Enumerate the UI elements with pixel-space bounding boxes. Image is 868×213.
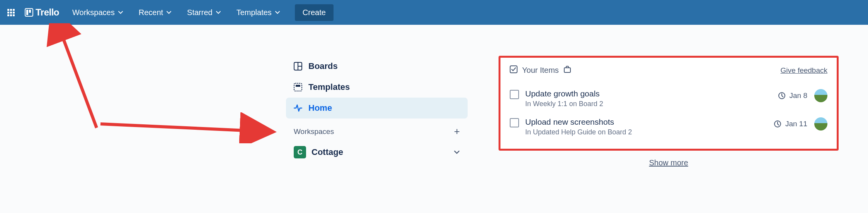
checkbox-checked-icon [510, 65, 517, 75]
sidebar-boards-label: Boards [308, 61, 338, 71]
avatar [814, 117, 827, 131]
item-checkbox[interactable] [510, 90, 519, 99]
chevron-down-icon [166, 10, 172, 15]
sidebar-item-home[interactable]: Home [286, 98, 468, 119]
clock-icon [774, 120, 781, 128]
workspace-badge: C [294, 146, 306, 158]
main-content: Boards Templates Home Workspaces + C Cot… [0, 25, 868, 167]
sidebar-home-label: Home [308, 103, 332, 113]
briefcase-icon [563, 65, 571, 75]
workspace-name: Cottage [311, 147, 343, 157]
item-title: Update growth goals [525, 89, 603, 98]
give-feedback-link[interactable]: Give feedback [781, 66, 827, 75]
workspaces-section-label: Workspaces [294, 127, 334, 136]
svg-rect-6 [564, 68, 570, 72]
trello-icon [25, 8, 33, 17]
item-row[interactable]: Update growth goals In Weekly 1:1 on Boa… [510, 84, 827, 113]
svg-rect-3 [294, 83, 302, 91]
your-items-panel: Your Items Give feedback Update growth g… [499, 56, 839, 151]
add-workspace-button[interactable]: + [454, 125, 460, 137]
chevron-down-icon [454, 149, 460, 155]
sidebar-nav: Boards Templates Home Workspaces + C Cot… [286, 56, 468, 167]
nav-templates[interactable]: Templates [231, 5, 286, 20]
nav-starred-label: Starred [187, 8, 213, 17]
nav-starred[interactable]: Starred [182, 5, 226, 20]
item-subtitle: In Weekly 1:1 on Board 2 [525, 100, 603, 108]
avatar [814, 89, 827, 102]
item-row[interactable]: Upload new screenshots In Updated Help G… [510, 113, 827, 141]
sidebar-item-templates[interactable]: Templates [286, 77, 468, 98]
nav-recent[interactable]: Recent [133, 5, 177, 20]
svg-rect-5 [510, 66, 517, 73]
brand-text: Trello [36, 7, 59, 18]
your-items-column: Your Items Give feedback Update growth g… [499, 56, 839, 167]
chevron-down-icon [118, 10, 123, 15]
item-subtitle: In Updated Help Guide on Board 2 [525, 128, 632, 136]
item-date: Jan 11 [785, 120, 807, 128]
chevron-down-icon [216, 10, 221, 15]
nav-recent-label: Recent [139, 8, 163, 17]
sidebar-workspaces-section: Workspaces + [286, 119, 468, 141]
nav-workspaces[interactable]: Workspaces [67, 5, 129, 20]
show-more-link[interactable]: Show more [499, 158, 839, 167]
workspace-item-cottage[interactable]: C Cottage [286, 141, 468, 163]
panel-title: Your Items [522, 66, 559, 75]
top-navbar: Trello Workspaces Recent Starred Templat… [0, 0, 868, 25]
board-icon [294, 62, 302, 70]
template-icon [294, 83, 302, 91]
trello-logo[interactable]: Trello [22, 5, 62, 20]
activity-icon [294, 104, 302, 112]
clock-icon [778, 92, 786, 100]
panel-header: Your Items Give feedback [510, 65, 827, 75]
sidebar-item-boards[interactable]: Boards [286, 56, 468, 77]
item-date: Jan 8 [790, 91, 807, 100]
nav-workspaces-label: Workspaces [72, 8, 115, 17]
sidebar-templates-label: Templates [308, 82, 350, 92]
item-title: Upload new screenshots [525, 117, 632, 127]
nav-templates-label: Templates [237, 8, 272, 17]
apps-switcher-icon[interactable] [5, 6, 17, 19]
create-label: Create [303, 8, 326, 17]
item-checkbox[interactable] [510, 118, 519, 127]
chevron-down-icon [275, 10, 280, 15]
svg-rect-4 [296, 85, 300, 87]
create-button[interactable]: Create [295, 4, 334, 21]
